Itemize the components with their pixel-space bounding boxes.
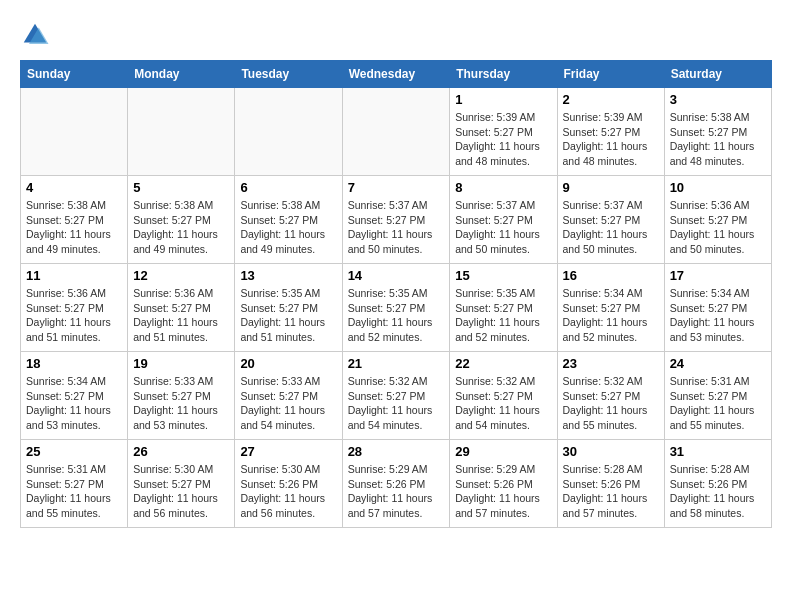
calendar-cell: 17Sunrise: 5:34 AM Sunset: 5:27 PM Dayli… — [664, 264, 771, 352]
day-info: Sunrise: 5:38 AM Sunset: 5:27 PM Dayligh… — [670, 110, 766, 169]
day-info: Sunrise: 5:28 AM Sunset: 5:26 PM Dayligh… — [670, 462, 766, 521]
col-header-tuesday: Tuesday — [235, 61, 342, 88]
calendar-cell: 10Sunrise: 5:36 AM Sunset: 5:27 PM Dayli… — [664, 176, 771, 264]
calendar-cell: 24Sunrise: 5:31 AM Sunset: 5:27 PM Dayli… — [664, 352, 771, 440]
day-number: 10 — [670, 180, 766, 195]
day-info: Sunrise: 5:32 AM Sunset: 5:27 PM Dayligh… — [563, 374, 659, 433]
day-number: 18 — [26, 356, 122, 371]
col-header-thursday: Thursday — [450, 61, 557, 88]
day-number: 27 — [240, 444, 336, 459]
day-info: Sunrise: 5:33 AM Sunset: 5:27 PM Dayligh… — [240, 374, 336, 433]
day-info: Sunrise: 5:37 AM Sunset: 5:27 PM Dayligh… — [455, 198, 551, 257]
calendar-cell — [128, 88, 235, 176]
calendar-cell: 9Sunrise: 5:37 AM Sunset: 5:27 PM Daylig… — [557, 176, 664, 264]
day-number: 30 — [563, 444, 659, 459]
calendar-cell: 4Sunrise: 5:38 AM Sunset: 5:27 PM Daylig… — [21, 176, 128, 264]
day-number: 15 — [455, 268, 551, 283]
day-info: Sunrise: 5:31 AM Sunset: 5:27 PM Dayligh… — [670, 374, 766, 433]
day-info: Sunrise: 5:36 AM Sunset: 5:27 PM Dayligh… — [670, 198, 766, 257]
calendar-cell: 16Sunrise: 5:34 AM Sunset: 5:27 PM Dayli… — [557, 264, 664, 352]
day-info: Sunrise: 5:30 AM Sunset: 5:26 PM Dayligh… — [240, 462, 336, 521]
day-info: Sunrise: 5:36 AM Sunset: 5:27 PM Dayligh… — [26, 286, 122, 345]
calendar-cell: 29Sunrise: 5:29 AM Sunset: 5:26 PM Dayli… — [450, 440, 557, 528]
calendar-cell — [235, 88, 342, 176]
day-number: 28 — [348, 444, 445, 459]
page-header — [20, 20, 772, 50]
day-info: Sunrise: 5:30 AM Sunset: 5:27 PM Dayligh… — [133, 462, 229, 521]
day-info: Sunrise: 5:37 AM Sunset: 5:27 PM Dayligh… — [348, 198, 445, 257]
day-info: Sunrise: 5:36 AM Sunset: 5:27 PM Dayligh… — [133, 286, 229, 345]
day-number: 2 — [563, 92, 659, 107]
col-header-saturday: Saturday — [664, 61, 771, 88]
calendar-cell: 6Sunrise: 5:38 AM Sunset: 5:27 PM Daylig… — [235, 176, 342, 264]
calendar-cell: 3Sunrise: 5:38 AM Sunset: 5:27 PM Daylig… — [664, 88, 771, 176]
day-number: 19 — [133, 356, 229, 371]
day-info: Sunrise: 5:35 AM Sunset: 5:27 PM Dayligh… — [455, 286, 551, 345]
day-info: Sunrise: 5:29 AM Sunset: 5:26 PM Dayligh… — [348, 462, 445, 521]
day-number: 4 — [26, 180, 122, 195]
day-info: Sunrise: 5:34 AM Sunset: 5:27 PM Dayligh… — [670, 286, 766, 345]
day-info: Sunrise: 5:32 AM Sunset: 5:27 PM Dayligh… — [455, 374, 551, 433]
calendar-cell: 30Sunrise: 5:28 AM Sunset: 5:26 PM Dayli… — [557, 440, 664, 528]
day-info: Sunrise: 5:35 AM Sunset: 5:27 PM Dayligh… — [348, 286, 445, 345]
day-number: 3 — [670, 92, 766, 107]
day-number: 14 — [348, 268, 445, 283]
calendar-cell: 11Sunrise: 5:36 AM Sunset: 5:27 PM Dayli… — [21, 264, 128, 352]
day-info: Sunrise: 5:29 AM Sunset: 5:26 PM Dayligh… — [455, 462, 551, 521]
day-number: 16 — [563, 268, 659, 283]
day-info: Sunrise: 5:39 AM Sunset: 5:27 PM Dayligh… — [455, 110, 551, 169]
calendar-cell: 22Sunrise: 5:32 AM Sunset: 5:27 PM Dayli… — [450, 352, 557, 440]
calendar-cell: 14Sunrise: 5:35 AM Sunset: 5:27 PM Dayli… — [342, 264, 450, 352]
calendar-cell: 25Sunrise: 5:31 AM Sunset: 5:27 PM Dayli… — [21, 440, 128, 528]
day-number: 17 — [670, 268, 766, 283]
calendar-cell: 7Sunrise: 5:37 AM Sunset: 5:27 PM Daylig… — [342, 176, 450, 264]
day-info: Sunrise: 5:39 AM Sunset: 5:27 PM Dayligh… — [563, 110, 659, 169]
day-info: Sunrise: 5:34 AM Sunset: 5:27 PM Dayligh… — [563, 286, 659, 345]
day-number: 5 — [133, 180, 229, 195]
logo — [20, 20, 56, 50]
calendar-header-row: SundayMondayTuesdayWednesdayThursdayFrid… — [21, 61, 772, 88]
calendar-cell: 8Sunrise: 5:37 AM Sunset: 5:27 PM Daylig… — [450, 176, 557, 264]
calendar-cell: 5Sunrise: 5:38 AM Sunset: 5:27 PM Daylig… — [128, 176, 235, 264]
logo-icon — [20, 20, 50, 50]
week-row-5: 25Sunrise: 5:31 AM Sunset: 5:27 PM Dayli… — [21, 440, 772, 528]
day-number: 24 — [670, 356, 766, 371]
day-number: 25 — [26, 444, 122, 459]
calendar-cell: 12Sunrise: 5:36 AM Sunset: 5:27 PM Dayli… — [128, 264, 235, 352]
calendar-cell: 2Sunrise: 5:39 AM Sunset: 5:27 PM Daylig… — [557, 88, 664, 176]
week-row-2: 4Sunrise: 5:38 AM Sunset: 5:27 PM Daylig… — [21, 176, 772, 264]
col-header-monday: Monday — [128, 61, 235, 88]
day-info: Sunrise: 5:38 AM Sunset: 5:27 PM Dayligh… — [240, 198, 336, 257]
day-info: Sunrise: 5:38 AM Sunset: 5:27 PM Dayligh… — [26, 198, 122, 257]
calendar-cell: 27Sunrise: 5:30 AM Sunset: 5:26 PM Dayli… — [235, 440, 342, 528]
day-number: 31 — [670, 444, 766, 459]
day-number: 12 — [133, 268, 229, 283]
day-info: Sunrise: 5:35 AM Sunset: 5:27 PM Dayligh… — [240, 286, 336, 345]
week-row-3: 11Sunrise: 5:36 AM Sunset: 5:27 PM Dayli… — [21, 264, 772, 352]
calendar-cell: 23Sunrise: 5:32 AM Sunset: 5:27 PM Dayli… — [557, 352, 664, 440]
calendar-cell — [342, 88, 450, 176]
calendar-cell: 26Sunrise: 5:30 AM Sunset: 5:27 PM Dayli… — [128, 440, 235, 528]
calendar-cell — [21, 88, 128, 176]
day-number: 21 — [348, 356, 445, 371]
day-number: 6 — [240, 180, 336, 195]
day-number: 26 — [133, 444, 229, 459]
calendar-cell: 31Sunrise: 5:28 AM Sunset: 5:26 PM Dayli… — [664, 440, 771, 528]
day-number: 7 — [348, 180, 445, 195]
day-info: Sunrise: 5:32 AM Sunset: 5:27 PM Dayligh… — [348, 374, 445, 433]
day-info: Sunrise: 5:34 AM Sunset: 5:27 PM Dayligh… — [26, 374, 122, 433]
calendar-cell: 21Sunrise: 5:32 AM Sunset: 5:27 PM Dayli… — [342, 352, 450, 440]
day-info: Sunrise: 5:28 AM Sunset: 5:26 PM Dayligh… — [563, 462, 659, 521]
day-number: 23 — [563, 356, 659, 371]
week-row-1: 1Sunrise: 5:39 AM Sunset: 5:27 PM Daylig… — [21, 88, 772, 176]
calendar-cell: 15Sunrise: 5:35 AM Sunset: 5:27 PM Dayli… — [450, 264, 557, 352]
calendar-cell: 19Sunrise: 5:33 AM Sunset: 5:27 PM Dayli… — [128, 352, 235, 440]
week-row-4: 18Sunrise: 5:34 AM Sunset: 5:27 PM Dayli… — [21, 352, 772, 440]
calendar-cell: 28Sunrise: 5:29 AM Sunset: 5:26 PM Dayli… — [342, 440, 450, 528]
day-number: 13 — [240, 268, 336, 283]
day-number: 9 — [563, 180, 659, 195]
col-header-friday: Friday — [557, 61, 664, 88]
day-number: 22 — [455, 356, 551, 371]
day-info: Sunrise: 5:33 AM Sunset: 5:27 PM Dayligh… — [133, 374, 229, 433]
col-header-sunday: Sunday — [21, 61, 128, 88]
